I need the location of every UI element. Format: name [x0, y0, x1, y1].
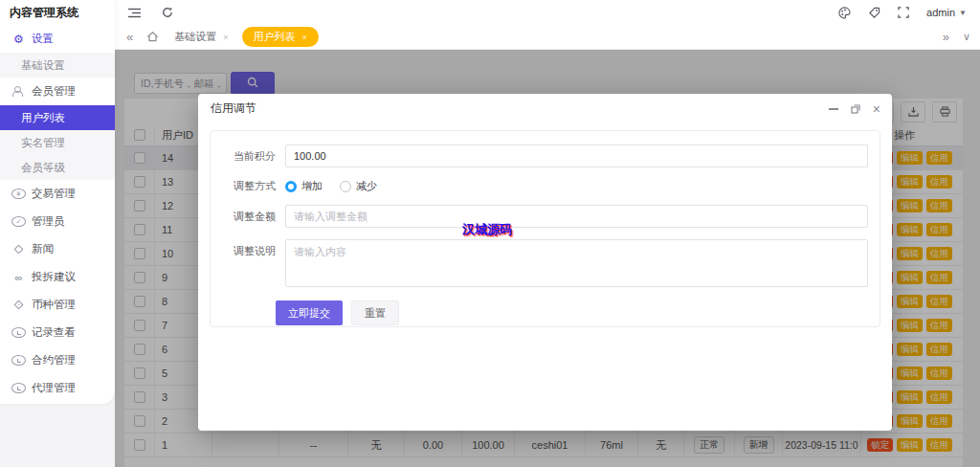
close-icon[interactable]: ×: [302, 33, 307, 42]
tabs-scroll-right-icon[interactable]: »: [943, 30, 949, 44]
gear-icon: [11, 33, 26, 46]
points-label: 当前积分: [220, 149, 276, 164]
radio-increase[interactable]: 增加: [285, 179, 323, 193]
modal-title: 信用调节: [198, 94, 892, 123]
check-circle-icon: [11, 216, 26, 227]
minimize-icon[interactable]: [829, 108, 838, 110]
credit-adjust-modal: 信用调节 × 当前积分 调整方式 增加 减少: [198, 94, 892, 431]
sidebar-item-user-list[interactable]: 用户列表: [0, 105, 115, 130]
refresh-icon[interactable]: [162, 7, 173, 18]
sidebar-item-settings[interactable]: 设置: [0, 25, 115, 53]
collapse-menu-icon[interactable]: [128, 8, 141, 18]
radio-decrease[interactable]: 减少: [340, 179, 377, 193]
gem-icon: [14, 300, 24, 310]
submit-button[interactable]: 立即提交: [276, 300, 343, 325]
home-icon[interactable]: [146, 31, 159, 43]
clock-icon: [11, 327, 26, 338]
close-icon[interactable]: ×: [223, 33, 228, 42]
sidebar-item-administrator[interactable]: 管理员: [0, 208, 115, 235]
reset-button[interactable]: 重置: [351, 300, 399, 325]
sidebar-item-currency-management[interactable]: 币种管理: [0, 291, 115, 319]
sidebar-item-member-management[interactable]: 会员管理: [0, 78, 115, 105]
transaction-icon: [11, 189, 26, 199]
note-label: 调整说明: [220, 244, 276, 258]
radio-selected-icon: [285, 181, 297, 192]
chevron-down-icon: ▼: [959, 9, 967, 17]
topbar: admin ▼: [115, 0, 980, 25]
method-label: 调整方式: [220, 179, 276, 193]
adjust-amount-input[interactable]: [285, 205, 868, 228]
sidebar-item-realname-management[interactable]: 实名管理: [0, 130, 115, 155]
sidebar-item-record-view[interactable]: 记录查看: [0, 319, 115, 346]
sidebar: 内容管理系统 设置 基础设置 会员管理 用户列表 实名管理 会员等级 交易管理 …: [0, 0, 115, 404]
tab-basic-settings[interactable]: 基础设置 ×: [174, 27, 228, 47]
clock-icon: [11, 383, 26, 393]
radio-unselected-icon: [340, 181, 351, 192]
tabbar: « 基础设置 × 用户列表 × » ∨: [115, 25, 980, 50]
tabs-scroll-left-icon[interactable]: «: [126, 30, 133, 44]
app-logo: 内容管理系统: [0, 0, 115, 25]
adjust-note-textarea[interactable]: [285, 239, 868, 287]
sidebar-item-basic-settings[interactable]: 基础设置: [0, 53, 115, 78]
user-icon: [11, 86, 26, 97]
sidebar-item-news[interactable]: 新闻: [0, 235, 115, 263]
tag-icon[interactable]: [868, 7, 880, 19]
tab-user-list[interactable]: 用户列表 ×: [242, 27, 319, 47]
maximize-icon[interactable]: [851, 104, 860, 114]
credit-adjust-form: 当前积分 调整方式 增加 减少 调整金额 调整说明: [210, 130, 880, 327]
user-menu[interactable]: admin ▼: [926, 7, 967, 18]
tabs-menu-icon[interactable]: ∨: [963, 31, 970, 43]
username: admin: [926, 7, 955, 18]
tag-icon: [14, 245, 24, 255]
close-icon[interactable]: ×: [873, 102, 880, 116]
sidebar-item-contract-management[interactable]: 合约管理: [0, 346, 115, 374]
sidebar-item-feedback[interactable]: 投拆建议: [0, 263, 115, 291]
sidebar-item-transaction-management[interactable]: 交易管理: [0, 180, 115, 208]
watermark-text: 汉城源码: [462, 221, 512, 238]
fullscreen-icon[interactable]: [898, 7, 909, 18]
theme-icon[interactable]: [838, 7, 851, 19]
amount-label: 调整金额: [220, 210, 276, 224]
feedback-icon: [11, 272, 26, 283]
sidebar-item-agent-management[interactable]: 代理管理: [0, 374, 115, 402]
current-points-input[interactable]: [285, 145, 868, 167]
sidebar-item-member-level[interactable]: 会员等级: [0, 155, 115, 180]
clock-icon: [11, 355, 26, 366]
